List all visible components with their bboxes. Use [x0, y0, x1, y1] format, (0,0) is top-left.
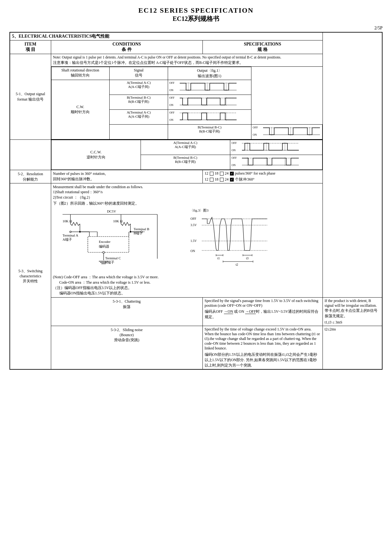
waveform-ccw-a2: OFF ON — [231, 141, 300, 153]
row-51-item-spacer — [10, 140, 51, 170]
svg-text:t1: t1 — [217, 256, 220, 260]
row-532-conditions: Specified by the time of voltage change … — [202, 326, 323, 370]
svg-point-72 — [103, 251, 105, 253]
waveform-cw-b: OFF ON — [169, 96, 238, 108]
page-number: 2/5P — [374, 26, 383, 30]
row-531-conditions: Specified by the signal's passage time f… — [202, 298, 323, 326]
svg-text:OFF: OFF — [169, 96, 175, 99]
waveform-ccw-b: OFF ON — [252, 125, 322, 137]
svg-text:OFF: OFF — [232, 141, 237, 145]
svg-text:编码器: 编码器 — [99, 244, 109, 248]
row-51-notes: Note: Output signal is 1 pulse per 1 det… — [51, 54, 323, 67]
svg-text:DC5V: DC5V — [107, 209, 116, 213]
row-532-item: 5-3-2、Sliding noise (Bounce) 滑动杂音(突跳) — [51, 326, 202, 370]
fig2-circuit: DC5V 10K Ω Terminal — [53, 208, 160, 271]
svg-text:OFF: OFF — [169, 81, 175, 84]
svg-text:OFF: OFF — [169, 111, 175, 114]
title-en: EC12 SERIES SPECIFICATION — [9, 6, 383, 15]
waveform-ccw-a: OFF ON — [169, 110, 238, 122]
svg-text:OFF: OFF — [190, 217, 196, 220]
svg-text:Terminal B: Terminal B — [134, 227, 149, 231]
svg-text:t2: t2 — [236, 263, 238, 266]
svg-text:Encoder: Encoder — [99, 240, 111, 244]
svg-text:A端子: A端子 — [63, 237, 72, 241]
svg-text:OFF: OFF — [232, 156, 237, 159]
svg-text:Terminal C: Terminal C — [105, 256, 121, 260]
svg-text:ON: ON — [232, 149, 236, 152]
svg-text:1.5V: 1.5V — [190, 239, 197, 243]
col-specs-header: SPECIFICATIONS 规 格 — [202, 40, 323, 54]
row-52-item: 5-2、Resolution 分解能力 — [10, 170, 51, 183]
section-title: 5、ELECTRICAL CHARACTERISTICS电气性能 — [10, 32, 323, 40]
row-532-specs: t2≤2ms — [323, 326, 382, 370]
svg-text:C端子: C端子 — [105, 260, 114, 264]
row-52-conditions: Number of pulses in 360° rotation。 回转360… — [51, 170, 202, 183]
waveform-cw-a: OFF ON — [169, 81, 238, 93]
svg-text:ON: ON — [253, 133, 257, 136]
row-52-specs: 12 18 24✓ pulses/360° for each phase 12 … — [202, 170, 323, 183]
title-cn: EC12系列规格书 — [9, 15, 383, 23]
svg-text:t3: t3 — [246, 256, 249, 260]
waveform-ccw-b2: OFF ON — [231, 156, 300, 168]
fig3-waveform: OFF 3.5V 1.5V ON — [190, 214, 269, 266]
row-531-item: 5-3-1、Chattering 振荡 — [51, 298, 202, 326]
row-51-signals: Shaft rotational direction 轴回转方向 Signal … — [51, 67, 323, 140]
svg-text:ON: ON — [169, 103, 173, 107]
col-item-header: ITEM 项 目 — [10, 40, 51, 54]
col-conditions-header: CONDITIONS 条 件 — [51, 40, 202, 54]
row-53-conditions: Measurement shall be made under the cond… — [51, 183, 323, 298]
svg-point-77 — [141, 231, 142, 233]
svg-text:3.5V: 3.5V — [190, 223, 197, 227]
row-53-item: 5-3、Switching characteristics 开关特性 — [10, 183, 51, 370]
svg-text:ON: ON — [190, 249, 195, 253]
svg-text:OFF: OFF — [253, 126, 258, 129]
row-51-ccw: C.C.W. 逆时针方向 A(Terminal A-C) A(A-C端子间) O… — [51, 140, 323, 170]
svg-point-75 — [69, 231, 71, 233]
row-51-item: 5-1、Output signal format 输出信号 — [10, 54, 51, 140]
svg-text:ON: ON — [232, 163, 236, 167]
svg-text:ON: ON — [169, 118, 173, 121]
row-531-specs: If the product is with detent, B signal … — [323, 298, 382, 326]
svg-text:Terminal A: Terminal A — [63, 233, 78, 237]
svg-text:ON: ON — [169, 89, 173, 92]
